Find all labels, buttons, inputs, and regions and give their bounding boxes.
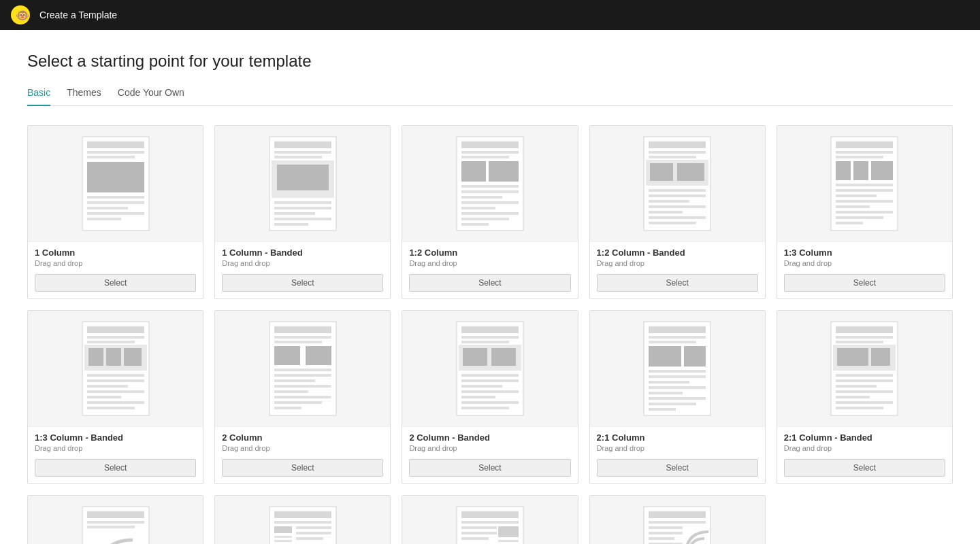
- svg-rect-62: [871, 161, 893, 180]
- template-right-sidebar: Right Sidebar Drag and drop Select: [402, 495, 578, 544]
- select-button-13col-banded[interactable]: Select: [35, 459, 196, 477]
- svg-rect-98: [274, 390, 308, 393]
- svg-rect-58: [836, 151, 893, 154]
- svg-rect-23: [274, 218, 331, 220]
- template-12col: 1:2 Column Drag and drop Select: [402, 125, 578, 299]
- svg-rect-160: [274, 526, 292, 533]
- svg-rect-7: [87, 162, 144, 192]
- select-button-2col-banded[interactable]: Select: [409, 459, 570, 477]
- svg-rect-63: [836, 184, 893, 186]
- template-type-13col: Drag and drop: [784, 259, 945, 267]
- svg-rect-66: [836, 200, 893, 203]
- template-1col-banded: 1 Column - Banded Drag and drop Select: [214, 125, 391, 299]
- template-name-2col-banded: 2 Column - Banded: [409, 432, 570, 443]
- svg-rect-52: [649, 211, 683, 214]
- svg-rect-101: [274, 407, 301, 409]
- svg-rect-89: [274, 326, 331, 333]
- svg-rect-39: [461, 223, 489, 226]
- svg-rect-70: [836, 222, 863, 224]
- select-button-1col-banded[interactable]: Select: [222, 274, 383, 292]
- nav-title: Create a Template: [39, 10, 117, 20]
- tab-code-your-own[interactable]: Code Your Own: [118, 87, 184, 106]
- select-button-12col[interactable]: Select: [409, 274, 570, 292]
- select-button-1col[interactable]: Select: [35, 274, 196, 292]
- svg-rect-151: [87, 526, 135, 528]
- template-1col: 1 Column Drag and drop Select: [27, 125, 203, 299]
- svg-rect-37: [461, 212, 519, 215]
- template-21col: 2:1 Column Drag and drop Select: [589, 310, 766, 484]
- select-button-21col[interactable]: Select: [597, 459, 758, 477]
- svg-rect-127: [649, 386, 706, 389]
- template-name-1col-banded: 1 Column - Banded: [222, 248, 383, 258]
- svg-rect-112: [461, 385, 502, 388]
- template-21col-banded: 2:1 Column - Banded Drag and drop Select: [777, 310, 953, 484]
- svg-rect-84: [87, 396, 121, 398]
- svg-rect-161: [274, 536, 292, 538]
- svg-rect-173: [296, 526, 331, 529]
- template-info-21col: 2:1 Column Drag and drop Select: [590, 426, 765, 483]
- svg-rect-19: [277, 165, 329, 190]
- svg-rect-31: [489, 161, 519, 182]
- select-button-2col[interactable]: Select: [222, 459, 383, 477]
- wireframe-right-sidebar-rss: [643, 506, 711, 544]
- template-2col-banded: 2 Column - Banded Drag and drop Select: [402, 310, 578, 484]
- svg-rect-46: [650, 163, 673, 181]
- template-grid: 1 Column Drag and drop Select: [27, 125, 953, 544]
- template-name-21col: 2:1 Column: [597, 432, 758, 443]
- svg-rect-187: [461, 511, 519, 518]
- wireframe-1col-banded: [269, 136, 337, 231]
- wireframe-2col: [269, 321, 337, 416]
- template-preview-left-sidebar: [215, 496, 390, 544]
- svg-rect-115: [461, 401, 519, 404]
- svg-rect-57: [836, 141, 893, 148]
- svg-rect-36: [461, 207, 495, 209]
- svg-rect-110: [461, 374, 519, 377]
- svg-rect-51: [649, 205, 706, 208]
- template-name-1col: 1 Column: [35, 248, 196, 258]
- svg-rect-85: [87, 401, 144, 404]
- svg-rect-4: [87, 141, 144, 148]
- wireframe-right-sidebar: [456, 506, 524, 544]
- template-right-sidebar-rss: Right Sidebar RSS Drag and drop Select: [589, 495, 766, 544]
- template-name-13col-banded: 1:3 Column - Banded: [35, 432, 196, 443]
- template-type-1col: Drag and drop: [35, 259, 196, 267]
- template-type-1col-banded: Drag and drop: [222, 259, 383, 267]
- svg-rect-104: [461, 326, 519, 333]
- template-2col: 2 Column Drag and drop Select: [214, 310, 391, 484]
- svg-rect-8: [87, 196, 144, 199]
- template-info-12col: 1:2 Column Drag and drop Select: [402, 241, 577, 299]
- svg-rect-129: [649, 397, 706, 400]
- svg-rect-15: [274, 141, 331, 148]
- tab-themes[interactable]: Themes: [67, 87, 101, 106]
- svg-rect-119: [649, 326, 706, 333]
- svg-rect-189: [461, 526, 497, 529]
- svg-rect-213: [649, 526, 683, 529]
- svg-rect-135: [836, 336, 893, 339]
- svg-rect-159: [274, 521, 331, 524]
- svg-rect-61: [853, 161, 868, 180]
- wireframe-13col: [830, 136, 898, 231]
- svg-rect-49: [649, 194, 706, 197]
- svg-rect-54: [649, 222, 696, 224]
- svg-rect-22: [274, 212, 315, 215]
- template-rss: Basic RSS Drag and drop Select: [27, 495, 203, 544]
- svg-rect-34: [461, 196, 502, 199]
- template-info-13col-banded: 1:3 Column - Banded Drag and drop Select: [28, 426, 203, 483]
- svg-rect-116: [461, 407, 509, 409]
- svg-rect-29: [461, 156, 509, 158]
- select-button-21col-banded[interactable]: Select: [784, 459, 945, 477]
- template-type-13col-banded: Drag and drop: [35, 444, 196, 452]
- svg-rect-94: [274, 369, 331, 371]
- svg-rect-48: [649, 189, 706, 192]
- select-button-13col[interactable]: Select: [784, 274, 945, 292]
- svg-rect-100: [274, 401, 322, 404]
- svg-rect-82: [87, 385, 128, 388]
- svg-rect-74: [87, 336, 144, 339]
- svg-rect-73: [87, 326, 144, 333]
- template-preview-1col-banded: [215, 126, 390, 241]
- wireframe-2col-banded: [456, 321, 524, 416]
- svg-rect-44: [649, 156, 696, 158]
- select-button-12col-banded[interactable]: Select: [597, 274, 758, 292]
- wireframe-21col-banded: [830, 321, 898, 416]
- tab-basic[interactable]: Basic: [27, 87, 50, 106]
